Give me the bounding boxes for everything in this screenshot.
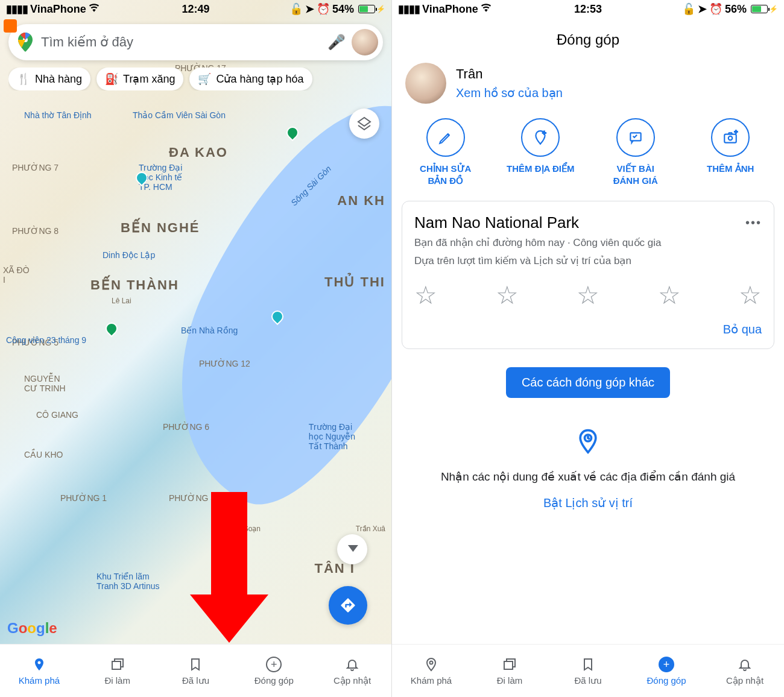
place-subtitle: Bạn đã nhận chỉ đường hôm nay · Công viê… bbox=[414, 236, 762, 250]
svg-rect-9 bbox=[504, 661, 513, 669]
place-subtitle2: Dựa trên lượt tìm kiếm và Lịch sử vị trí… bbox=[414, 254, 762, 268]
wifi-icon bbox=[481, 2, 492, 16]
skip-button[interactable]: Bỏ qua bbox=[414, 322, 762, 336]
contribute-actions: CHỈNH SỬA BẢN ĐỒ + THÊM ĐỊA ĐIỂM VIẾT BÀ… bbox=[392, 118, 784, 186]
user-avatar[interactable] bbox=[352, 29, 378, 55]
plus-circle-icon: + bbox=[659, 656, 674, 673]
location-icon: ➤ bbox=[698, 2, 707, 16]
more-icon[interactable]: ••• bbox=[745, 216, 762, 230]
more-ways-button[interactable]: Các cách đóng góp khác bbox=[506, 367, 670, 398]
nav-saved[interactable]: Đã lưu bbox=[157, 645, 235, 697]
svg-point-5 bbox=[729, 136, 733, 140]
restaurant-icon: 🍴 bbox=[17, 72, 30, 86]
place-title: Nam Nao National Park bbox=[414, 213, 579, 232]
left-screenshot: ĐA KAO BẾN THÀNH BẾN NGHÉ THỦ THI AN KH … bbox=[0, 0, 392, 697]
nav-label: Đóng góp bbox=[254, 675, 294, 686]
carrier-label: VinaPhone bbox=[422, 3, 478, 16]
chip-gas[interactable]: ⛽ Trạm xăng bbox=[96, 68, 183, 90]
plus-circle-icon: + bbox=[266, 656, 282, 673]
suggestion-text: Nhận các nội dung đề xuất về các địa điể… bbox=[441, 470, 735, 484]
action-write-review[interactable]: VIẾT BÀI ĐÁNH GIÁ bbox=[588, 118, 683, 186]
map-label: PHƯỜNG 12 bbox=[199, 359, 250, 368]
battery-icon: ⚡ bbox=[356, 5, 385, 13]
pencil-icon bbox=[426, 118, 465, 157]
nav-saved[interactable]: Đã lưu bbox=[549, 645, 627, 697]
alarm-icon: ⏰ bbox=[317, 2, 330, 16]
star-icon[interactable]: ☆ bbox=[414, 280, 437, 310]
nav-label: Khám phá bbox=[19, 675, 60, 686]
view-profile-link[interactable]: Xem hồ sơ của bạn bbox=[456, 86, 563, 100]
profile-name: Trân bbox=[456, 66, 563, 82]
nav-contribute[interactable]: + Đóng góp bbox=[627, 645, 706, 697]
nav-label: Đi làm bbox=[497, 675, 523, 686]
wifi-icon bbox=[89, 2, 100, 16]
commute-icon bbox=[110, 656, 125, 673]
suggestion-section: Nhận các nội dung đề xuất về các địa điể… bbox=[423, 428, 753, 510]
gas-icon: ⛽ bbox=[105, 72, 118, 86]
nav-label: Cập nhật bbox=[334, 675, 371, 686]
nav-contribute[interactable]: + Đóng góp bbox=[235, 645, 313, 697]
map-label: XÃ ĐÒ I bbox=[3, 265, 30, 285]
search-placeholder: Tìm kiếm ở đây bbox=[41, 34, 321, 50]
nav-commute[interactable]: Đi làm bbox=[470, 645, 549, 697]
star-icon[interactable]: ☆ bbox=[739, 280, 762, 310]
add-place-icon: + bbox=[521, 118, 560, 157]
map-label: CÔ GIANG bbox=[36, 410, 78, 420]
map-label: Thảo Cầm Viên Sài Gòn bbox=[133, 110, 226, 120]
nav-explore[interactable]: Khám phá bbox=[392, 645, 470, 697]
bookmark-icon bbox=[188, 656, 203, 673]
bottom-navigation: Khám phá Đi làm Đã lưu + Đóng góp Cập nh… bbox=[392, 644, 784, 697]
enable-history-link[interactable]: Bật Lịch sử vị trí bbox=[441, 496, 735, 510]
svg-text:+: + bbox=[735, 130, 738, 135]
nav-label: Đã lưu bbox=[182, 675, 209, 686]
user-avatar[interactable] bbox=[405, 63, 446, 104]
notification-badge[interactable] bbox=[4, 19, 17, 33]
profile-section: Trân Xem hồ sơ của bạn bbox=[392, 63, 784, 104]
nav-updates[interactable]: Cập nhật bbox=[706, 645, 784, 697]
cart-icon: 🛒 bbox=[198, 72, 211, 86]
star-icon[interactable]: ☆ bbox=[658, 280, 681, 310]
chip-label: Nhà hàng bbox=[35, 73, 82, 86]
search-bar[interactable]: Tìm kiếm ở đây 🎤 bbox=[8, 24, 383, 60]
action-add-photo[interactable]: + THÊM ẢNH bbox=[683, 118, 779, 186]
map-label: Dinh Độc Lập bbox=[103, 250, 155, 260]
layers-button[interactable] bbox=[349, 109, 379, 139]
map-label: Lê Lai bbox=[112, 297, 131, 305]
status-time: 12:53 bbox=[574, 3, 602, 16]
action-edit-map[interactable]: CHỈNH SỬA BẢN ĐỒ bbox=[398, 118, 493, 186]
nav-label: Đóng góp bbox=[646, 675, 686, 686]
nav-label: Khám phá bbox=[411, 675, 452, 686]
map-label: ĐA KAO bbox=[169, 145, 228, 160]
right-screenshot: ▮▮▮▮ VinaPhone 12:53 🔓 ➤ ⏰ 56% ⚡ Đóng gó… bbox=[392, 0, 784, 697]
microphone-icon[interactable]: 🎤 bbox=[327, 34, 346, 51]
review-icon bbox=[616, 118, 655, 157]
map-label: PHƯỜNG 1 bbox=[60, 493, 107, 503]
map-label: Nhà thờ Tân Định bbox=[24, 110, 92, 120]
nav-commute[interactable]: Đi làm bbox=[78, 645, 157, 697]
directions-button[interactable] bbox=[329, 586, 367, 625]
nav-explore[interactable]: Khám phá bbox=[0, 645, 78, 697]
chip-grocery[interactable]: 🛒 Cửa hàng tạp hóa bbox=[189, 68, 312, 90]
chip-restaurants[interactable]: 🍴 Nhà hàng bbox=[8, 68, 90, 90]
battery-percent: 56% bbox=[725, 3, 747, 16]
nav-updates[interactable]: Cập nhật bbox=[313, 645, 391, 697]
action-add-place[interactable]: + THÊM ĐỊA ĐIỂM bbox=[493, 118, 589, 186]
status-bar: ▮▮▮▮ VinaPhone 12:53 🔓 ➤ ⏰ 56% ⚡ bbox=[392, 0, 784, 18]
star-icon[interactable]: ☆ bbox=[577, 280, 599, 310]
action-label: THÊM ĐỊA ĐIỂM bbox=[507, 163, 574, 175]
action-label: CHỈNH SỬA BẢN ĐỒ bbox=[420, 163, 471, 186]
bookmark-icon bbox=[581, 656, 595, 673]
svg-rect-1 bbox=[112, 661, 121, 669]
alarm-icon: ⏰ bbox=[709, 2, 722, 16]
action-label: THÊM ẢNH bbox=[707, 163, 754, 175]
bell-icon bbox=[738, 656, 752, 673]
nav-label: Đi làm bbox=[104, 675, 130, 686]
star-icon[interactable]: ☆ bbox=[496, 280, 519, 310]
signal-icon: ▮▮▮▮ bbox=[398, 2, 420, 16]
svg-point-8 bbox=[430, 661, 433, 664]
review-card: Nam Nao National Park ••• Bạn đã nhận ch… bbox=[402, 201, 774, 349]
map-label: BẾN THÀNH bbox=[90, 277, 179, 293]
my-location-button[interactable] bbox=[337, 534, 367, 564]
map-label: Trần Xuâ bbox=[356, 525, 385, 533]
map-label: CẦU KHO bbox=[24, 450, 63, 459]
